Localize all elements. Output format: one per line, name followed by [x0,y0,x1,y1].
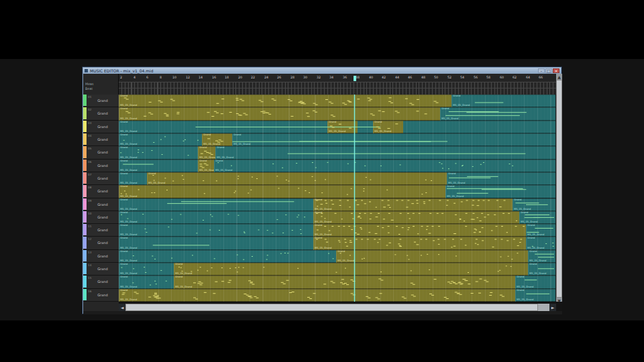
clip[interactable]: GrandMS_05_Grand [198,146,215,159]
scroll-right-arrow-icon[interactable]: ► [549,304,556,311]
clip-name-label: Grand [120,211,127,214]
clip-name-label: Grand [447,185,454,188]
clip[interactable]: GrandMS_05_Grand [119,172,147,185]
clip[interactable]: GrandMS_05_Grand [119,276,174,288]
clip-name-label: Grand [453,95,460,97]
clip[interactable]: GrandMS_05_Grand [313,224,526,237]
clip[interactable]: GrandMS_05_Grand [147,172,447,185]
clip[interactable]: GrandMS_05_Grand [119,211,313,224]
track-name: Grand [89,293,117,297]
minimize-button[interactable]: – [538,68,545,73]
arrange-area[interactable]: GrandMS_05_GrandGrandMS_05_GrandGrandMS_… [119,95,556,302]
track-header[interactable]: 13Grand [83,250,119,263]
track-name: Grand [89,111,117,115]
clip[interactable]: GrandMS_05_Grand [174,276,515,288]
clip-name-label: Grand [120,185,127,188]
clip[interactable]: GrandMS_05_Grand [313,211,519,224]
clip-patch-label: MS_05_Grand [517,286,533,288]
track-number: 02 [88,108,91,111]
clip[interactable]: GrandMS_05_Grand [119,263,174,276]
horizontal-scroll-thumb[interactable] [125,304,538,311]
track-color-strip [83,211,87,223]
clip[interactable]: GrandMS_05_Grand [526,237,555,249]
vertical-scrollbar[interactable]: ▲ ▼ [556,74,562,304]
track-header[interactable]: 16Grand [83,289,119,302]
clip-name-label: Grand [329,121,336,123]
horizontal-scrollbar[interactable]: ◄ ► [119,304,556,311]
track-header[interactable]: 01Grand [83,95,119,107]
clip[interactable]: GrandMS_05_Grand [447,172,555,185]
clip[interactable]: GrandMS_05_Grand [528,263,555,276]
track-header[interactable]: 15Grand [83,276,119,288]
track-header[interactable]: 11Grand [83,224,119,237]
ruler-measure-label: 34 [329,75,333,79]
clip[interactable]: GrandMS_05_Grand [445,185,555,198]
clip[interactable]: GrandMS_05_Grand [119,224,313,237]
clip[interactable]: GrandMS_05_Grand [119,289,515,302]
clip-name-label: Grand [315,237,322,239]
clip[interactable]: GrandMS_05_Grand [119,185,445,198]
track-header[interactable]: 07Grand [83,172,119,185]
clip[interactable]: GrandMS_05_Grand [313,237,526,249]
clip[interactable]: GrandMS_05_Grand [327,121,358,133]
track-header[interactable]: 08Grand [83,185,119,198]
clip[interactable]: GrandMS_05_Grand [528,250,555,263]
clip-name-label: Grand [517,276,524,278]
clip[interactable]: GrandMS_05_Grand [451,95,555,107]
clip[interactable]: GrandMS_05_Grand [515,276,555,288]
clip[interactable]: GrandMS_05_Grand [174,263,528,276]
clip[interactable]: GrandMS_05_Grand [215,146,555,159]
track-header[interactable]: 09Grand [83,198,119,211]
close-button[interactable]: × [553,68,559,73]
clip[interactable]: GrandMS_05_Grand [119,146,198,159]
clip[interactable]: GrandMS_05_Grand [515,289,555,302]
ruler-measure-label: 26 [277,75,281,79]
timeline-ruler[interactable]: 2468101214161820222426283032343638404244… [119,74,556,95]
clip-name-label: Grand [529,250,537,253]
ruler-measure-label: 64 [526,75,530,79]
track-header[interactable]: 05Grand [83,146,119,159]
clip[interactable]: GrandMS_05_Grand [526,224,555,237]
vertical-scroll-thumb[interactable] [556,80,562,298]
clip[interactable]: GrandMS_05_Grand [519,211,555,224]
clip[interactable]: GrandMS_05_Grand [336,250,528,263]
clip[interactable]: GrandMS_05_Grand [214,160,555,172]
clip-patch-label: MS_05_Grand [374,130,391,133]
ruler-measure-label: 48 [421,75,425,79]
clip[interactable]: GrandMS_05_Grand [119,133,202,146]
ruler-corner-panel: Meas Beat [83,74,119,95]
clip[interactable]: GrandMS_05_Grand [119,237,313,249]
track-header[interactable]: 10Grand [83,211,119,224]
track-header[interactable]: 02Grand [83,107,119,120]
track-name: Grand [89,125,117,129]
scroll-left-arrow-icon[interactable]: ◄ [119,304,125,311]
clip[interactable]: GrandMS_05_Grand [232,133,555,146]
clip[interactable]: GrandMS_05_Grand [202,133,232,146]
ruler-measure-label: 4 [133,75,136,79]
titlebar[interactable]: MUSIC EDITOR - mix_v1_04.mid – □ × [83,68,561,74]
clip-patch-label: MS_05_Grand [120,208,137,210]
clip[interactable]: GrandMS_05_Grand [119,198,313,211]
clip[interactable]: GrandMS_05_Grand [119,95,451,107]
clip[interactable]: GrandMS_05_Grand [313,198,513,211]
clip[interactable]: GrandMS_05_Grand [119,107,440,120]
clip-patch-label: MS_05_Grand [175,286,192,288]
track-header[interactable]: 14Grand [83,263,119,276]
scroll-up-arrow-icon[interactable]: ▲ [556,74,562,80]
track-header[interactable]: 04Grand [83,133,119,146]
track-header[interactable]: 03Grand [83,121,119,133]
clip[interactable]: GrandMS_05_Grand [119,250,336,263]
corner-meas-label: Meas [85,82,111,86]
clip[interactable]: GrandMS_05_Grand [119,160,198,172]
clip[interactable]: GrandMS_05_Grand [440,107,555,120]
playhead-marker[interactable] [354,76,356,81]
clip[interactable]: GrandMS_05_Grand [198,160,214,172]
window-controls: – □ × [538,68,559,73]
clip[interactable]: GrandMS_05_Grand [513,198,555,211]
track-header[interactable]: 12Grand [83,237,119,249]
clip[interactable]: GrandMS_05_Grand [373,121,403,133]
maximize-button[interactable]: □ [545,68,552,73]
clip-name-label: Grand [337,250,345,253]
track-header[interactable]: 06Grand [83,160,119,172]
track-name: Grand [89,164,117,168]
